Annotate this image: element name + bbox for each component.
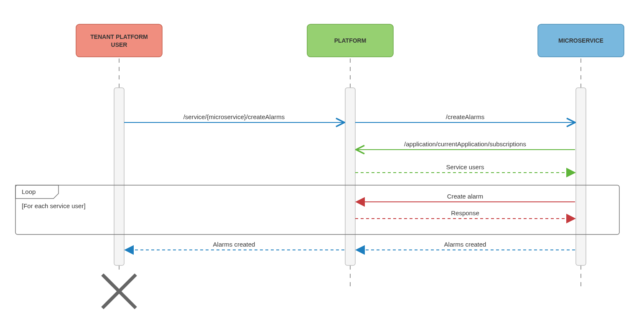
actor-platform: PLATFORM bbox=[307, 24, 393, 57]
msg-service-users-response: Service users bbox=[355, 163, 575, 173]
actor-microservice: MICROSERVICE bbox=[538, 24, 624, 57]
svg-text:Service users: Service users bbox=[446, 163, 484, 171]
actor-microservice-label: MICROSERVICE bbox=[558, 37, 603, 44]
sequence-diagram: TENANT PLATFORM USER PLATFORM MICROSERVI… bbox=[0, 0, 644, 326]
svg-text:/application/currentApplicatio: /application/currentApplication/subscrip… bbox=[404, 140, 526, 148]
actor-tenant-user-label-1: TENANT PLATFORM bbox=[90, 33, 148, 40]
actor-tenant-user: TENANT PLATFORM USER bbox=[76, 24, 162, 57]
actor-tenant-user-label-2: USER bbox=[111, 41, 127, 48]
destroy-icon bbox=[102, 275, 136, 308]
msg-create-alarms-forward: /createAlarms bbox=[355, 113, 575, 122]
msg-alarms-created-1: Alarms created bbox=[356, 241, 575, 250]
msg-create-alarm: Create alarm bbox=[356, 193, 575, 202]
svg-text:Alarms created: Alarms created bbox=[444, 241, 486, 248]
loop-title: Loop bbox=[22, 188, 36, 195]
loop-guard: [For each service user] bbox=[22, 202, 86, 209]
msg-create-alarms-request: /service/{microservice}/createAlarms bbox=[124, 113, 344, 122]
svg-text:Create alarm: Create alarm bbox=[447, 193, 484, 200]
msg-create-alarm-response: Response bbox=[355, 209, 575, 219]
activation-microservice bbox=[576, 88, 586, 265]
actor-platform-label: PLATFORM bbox=[334, 37, 367, 44]
msg-alarms-created-2: Alarms created bbox=[125, 241, 344, 250]
loop-fragment: Loop [For each service user] bbox=[15, 185, 619, 234]
svg-text:Alarms created: Alarms created bbox=[213, 241, 255, 248]
activation-tenant-user bbox=[114, 88, 124, 265]
svg-rect-6 bbox=[76, 24, 162, 57]
svg-rect-12 bbox=[15, 185, 619, 234]
msg-subscriptions-request: /application/currentApplication/subscrip… bbox=[356, 140, 575, 150]
activation-platform bbox=[345, 88, 355, 265]
svg-text:/createAlarms: /createAlarms bbox=[446, 113, 485, 120]
svg-text:Response: Response bbox=[451, 209, 479, 216]
svg-text:/service/{microservice}/create: /service/{microservice}/createAlarms bbox=[183, 113, 285, 120]
